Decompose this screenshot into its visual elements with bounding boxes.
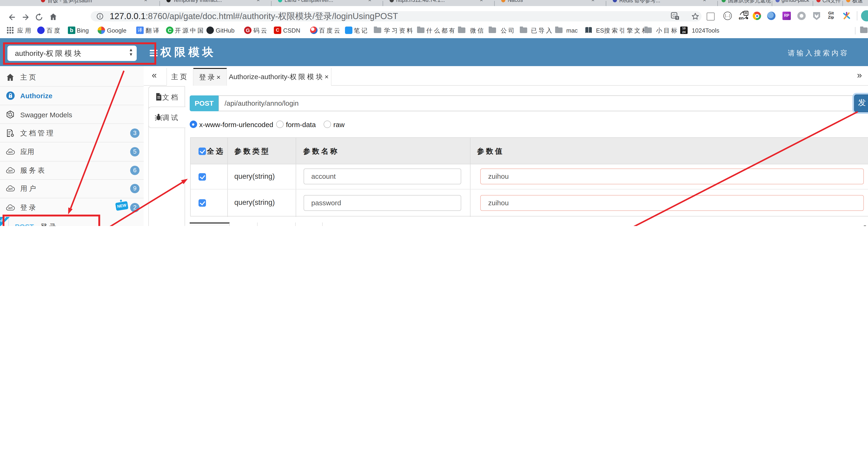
svg-text:en: en	[739, 16, 744, 21]
svg-text:API: API	[8, 151, 12, 153]
svg-text:API: API	[8, 169, 12, 172]
svg-text:API: API	[8, 188, 12, 190]
svg-text:API: API	[8, 207, 12, 209]
